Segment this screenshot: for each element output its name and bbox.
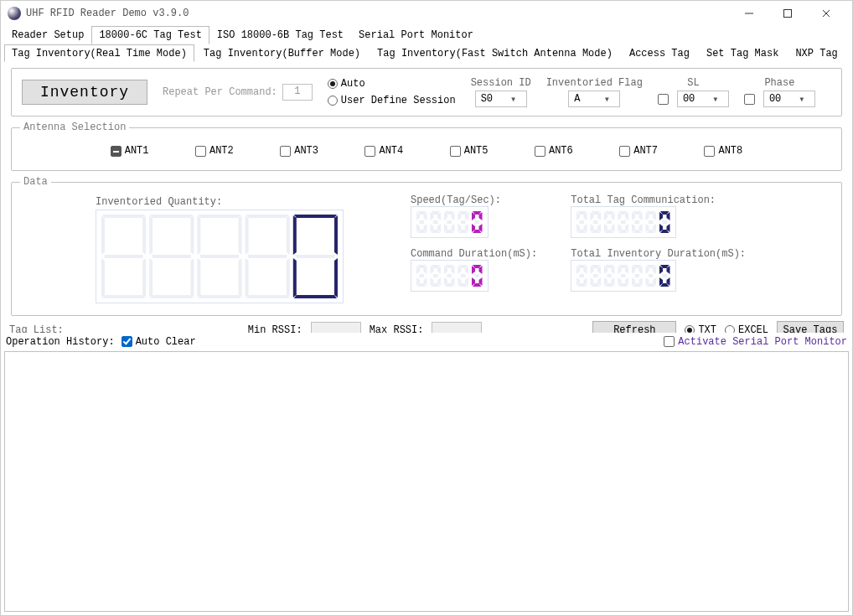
sub-tabbar: Tag Inventory(Real Time Mode) Tag Invent… bbox=[1, 44, 852, 63]
refresh-button[interactable]: Refresh bbox=[592, 321, 676, 333]
cmddur-label: Command Duration(mS): bbox=[411, 248, 537, 260]
tab-18000-6c[interactable]: 18000-6C Tag Test bbox=[91, 26, 209, 44]
speed-label: Speed(Tag/Sec): bbox=[411, 194, 501, 206]
close-button[interactable] bbox=[807, 1, 845, 26]
ophist-label: Operation History: bbox=[6, 336, 115, 348]
repeat-label: Repeat Per Command: bbox=[163, 86, 277, 98]
totinvdur-label: Total Inventory Duration(mS): bbox=[571, 248, 746, 260]
inv-qty-label: Inventoried Quantity: bbox=[96, 196, 344, 208]
autoclear-check[interactable]: Auto Clear bbox=[121, 336, 196, 348]
titlebar: UHF RFID Reader Demo v3.9.0 bbox=[1, 1, 852, 26]
speed-display bbox=[411, 206, 537, 241]
antenna-check-5[interactable]: ANT5 bbox=[450, 145, 489, 157]
radio-excel[interactable]: EXCEL bbox=[725, 324, 768, 333]
window-title: UHF RFID Reader Demo v3.9.0 bbox=[26, 8, 730, 19]
app-icon bbox=[8, 7, 21, 20]
log-textarea[interactable] bbox=[4, 351, 849, 613]
antenna-check-8[interactable]: ANT8 bbox=[704, 145, 742, 157]
inv-qty-display bbox=[96, 210, 344, 307]
maxrssi-input bbox=[432, 322, 482, 333]
maxrssi-label: Max RSSI: bbox=[370, 324, 424, 333]
totalcomm-label: Total Tag Communication: bbox=[571, 194, 716, 206]
antenna-legend: Antenna Selection bbox=[20, 122, 129, 133]
radio-auto-session[interactable]: Auto bbox=[328, 78, 456, 90]
tab-reader-setup[interactable]: Reader Setup bbox=[4, 26, 91, 44]
maximize-button[interactable] bbox=[768, 1, 807, 26]
sl-combo[interactable]: 00▾ bbox=[677, 91, 729, 107]
data-legend: Data bbox=[20, 176, 51, 188]
radio-user-session[interactable]: User Define Session bbox=[328, 95, 456, 106]
main-tabbar: Reader Setup 18000-6C Tag Test ISO 18000… bbox=[1, 26, 852, 44]
sl-label: SL bbox=[687, 77, 699, 89]
antenna-check-7[interactable]: ANT7 bbox=[619, 145, 658, 157]
cmddur-display bbox=[411, 260, 537, 295]
antenna-check-3[interactable]: ANT3 bbox=[280, 145, 318, 157]
sl-check[interactable] bbox=[658, 94, 669, 105]
subtab-fastswitch[interactable]: Tag Inventory(Fast Switch Antenna Mode) bbox=[370, 44, 620, 62]
phase-label: Phase bbox=[764, 77, 794, 89]
repeat-input[interactable]: 1 bbox=[282, 84, 313, 101]
minrssi-label: Min RSSI: bbox=[248, 324, 302, 333]
session-id-combo[interactable]: S0▾ bbox=[475, 91, 527, 107]
phase-combo[interactable]: 00▾ bbox=[763, 91, 815, 107]
radio-txt[interactable]: TXT bbox=[685, 324, 716, 333]
antenna-check-4[interactable]: ANT4 bbox=[364, 145, 403, 157]
inv-flag-combo[interactable]: A▾ bbox=[568, 91, 620, 107]
subtab-buffer[interactable]: Tag Inventory(Buffer Mode) bbox=[196, 44, 368, 62]
svg-rect-0 bbox=[784, 10, 792, 18]
tab-serial-monitor[interactable]: Serial Port Monitor bbox=[351, 26, 481, 44]
tab-18000-6b[interactable]: ISO 18000-6B Tag Test bbox=[209, 26, 351, 44]
subtab-mask[interactable]: Set Tag Mask bbox=[699, 44, 786, 62]
subtab-realtime[interactable]: Tag Inventory(Real Time Mode) bbox=[4, 44, 194, 62]
inventory-button[interactable]: Inventory bbox=[22, 80, 147, 105]
phase-check[interactable] bbox=[744, 94, 755, 105]
antenna-check-2[interactable]: ANT2 bbox=[195, 145, 234, 157]
inv-flag-label: Inventoried Flag bbox=[546, 77, 643, 89]
activate-monitor-label: Activate Serial Port Monitor bbox=[678, 336, 847, 348]
totalcomm-display bbox=[571, 206, 746, 241]
antenna-row: ANT1ANT2ANT3ANT4ANT5ANT6ANT7ANT8 bbox=[20, 140, 833, 162]
antenna-check-1[interactable]: ANT1 bbox=[111, 145, 149, 157]
minimize-button[interactable] bbox=[730, 1, 768, 26]
totinvdur-display bbox=[571, 260, 746, 295]
subtab-access[interactable]: Access Tag bbox=[622, 44, 697, 62]
minrssi-input bbox=[311, 322, 361, 333]
subtab-nxp[interactable]: NXP Tag bbox=[788, 44, 845, 62]
antenna-check-6[interactable]: ANT6 bbox=[535, 145, 573, 157]
session-id-label: Session ID bbox=[471, 77, 531, 89]
save-tags-button[interactable]: Save Tags bbox=[777, 321, 844, 333]
activate-monitor-check[interactable] bbox=[664, 336, 675, 347]
taglist-label: Tag List: bbox=[9, 324, 64, 333]
